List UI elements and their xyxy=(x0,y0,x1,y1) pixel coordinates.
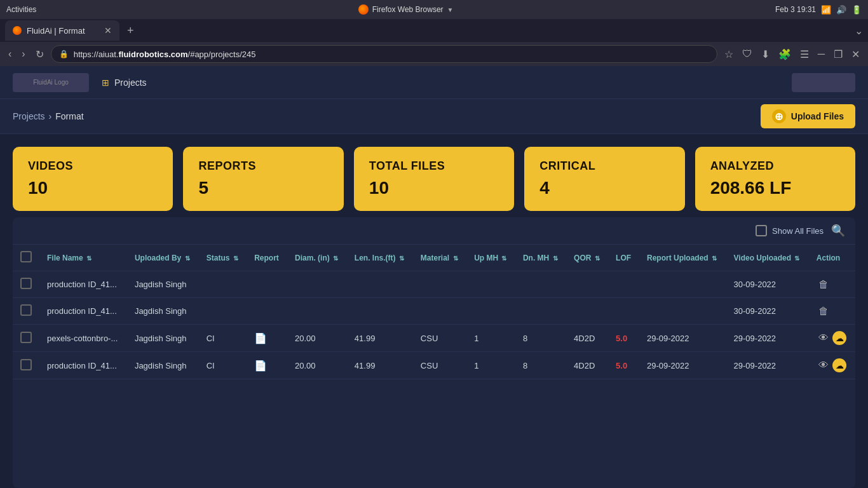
breadcrumb: Projects › Format xyxy=(13,111,84,121)
active-browser-tab[interactable]: FluidAi | Format ✕ xyxy=(5,20,119,41)
action-cell[interactable]: 👁 ☁ xyxy=(809,352,855,379)
breadcrumb-projects-link[interactable]: Projects xyxy=(13,111,45,121)
projects-nav-label[interactable]: Projects xyxy=(114,78,147,88)
row-checkbox-cell[interactable] xyxy=(13,271,39,298)
lof-cell: 5.0 xyxy=(608,325,639,352)
stat-value-critical: 4 xyxy=(539,178,669,198)
close-window-button[interactable]: ✕ xyxy=(848,47,863,62)
sort-up-mh-icon[interactable]: ⇅ xyxy=(501,255,506,262)
th-lof[interactable]: LOF xyxy=(608,245,639,271)
show-all-checkbox[interactable] xyxy=(756,225,767,236)
th-report[interactable]: Report xyxy=(247,245,287,271)
lof-cell xyxy=(608,298,639,325)
th-qor[interactable]: QOR ⇅ xyxy=(566,245,608,271)
th-diam[interactable]: Diam. (in) ⇅ xyxy=(287,245,347,271)
table-search-button[interactable]: 🔍 xyxy=(831,224,845,238)
tab-close-button[interactable]: ✕ xyxy=(104,25,112,36)
table-row: production ID_41... Jagdish Singh 30-09-… xyxy=(13,298,855,325)
browser-dropdown-icon[interactable]: ▼ xyxy=(447,6,454,13)
material-cell xyxy=(413,271,466,298)
restore-button[interactable]: ❐ xyxy=(831,47,846,62)
bookmark-button[interactable]: ☆ xyxy=(721,47,736,62)
delete-icon[interactable]: 🗑 xyxy=(818,306,829,316)
sort-material-icon[interactable]: ⇅ xyxy=(453,255,458,262)
row-select-checkbox[interactable] xyxy=(20,278,32,289)
th-action-label: Action xyxy=(817,254,840,262)
th-uploaded-by[interactable]: Uploaded By ⇅ xyxy=(127,245,199,271)
lof-cell: 5.0 xyxy=(608,352,639,379)
sort-diam-icon[interactable]: ⇅ xyxy=(333,255,338,262)
th-up-mh[interactable]: Up MH ⇅ xyxy=(466,245,515,271)
upload-icon: ⊕ xyxy=(772,109,786,123)
delete-icon[interactable]: 🗑 xyxy=(818,279,829,290)
sort-uploaded-by-icon[interactable]: ⇅ xyxy=(185,255,190,262)
forward-button[interactable]: › xyxy=(18,47,28,61)
sort-video-uploaded-icon[interactable]: ⇅ xyxy=(794,255,799,262)
row-checkbox-cell[interactable] xyxy=(13,352,39,379)
len-cell: 41.99 xyxy=(347,352,413,379)
view-icon[interactable]: 👁 xyxy=(818,360,829,370)
browser-menu-button[interactable]: ☰ xyxy=(797,47,812,62)
reload-button[interactable]: ↻ xyxy=(32,47,47,62)
activities-label[interactable]: Activities xyxy=(6,5,36,14)
sort-len-icon[interactable]: ⇅ xyxy=(399,255,404,262)
stat-label-reports: REPORTS xyxy=(198,159,328,173)
pocket-button[interactable]: 🛡 xyxy=(739,47,756,62)
th-video-uploaded[interactable]: Video Uploaded ⇅ xyxy=(726,245,809,271)
row-select-checkbox[interactable] xyxy=(20,359,32,370)
sort-status-icon[interactable]: ⇅ xyxy=(233,255,238,262)
extensions-button[interactable]: 🧩 xyxy=(775,47,794,62)
stats-section: VIDEOS 10 REPORTS 5 TOTAL FILES 10 CRITI… xyxy=(0,134,868,217)
tab-list-icon[interactable]: ⌄ xyxy=(855,25,863,37)
th-dn-mh[interactable]: Dn. MH ⇅ xyxy=(515,245,566,271)
sort-dn-mh-icon[interactable]: ⇅ xyxy=(553,255,558,262)
th-dn-mh-label: Dn. MH xyxy=(523,254,549,262)
th-qor-label: QOR xyxy=(574,254,591,262)
upload-files-button[interactable]: ⊕ Upload Files xyxy=(761,104,855,128)
th-len-label: Len. Ins.(ft) xyxy=(355,254,396,262)
dn-mh-cell xyxy=(515,298,566,325)
report-cell: 📄 xyxy=(247,352,287,379)
app-logo: FluidAi Logo xyxy=(13,73,89,92)
th-file-name[interactable]: File Name ⇅ xyxy=(39,245,127,271)
security-lock-icon: 🔒 xyxy=(59,50,69,58)
th-len[interactable]: Len. Ins.(ft) ⇅ xyxy=(347,245,413,271)
material-cell: CSU xyxy=(413,352,466,379)
download-button[interactable]: ⬇ xyxy=(758,47,773,62)
row-select-checkbox[interactable] xyxy=(20,304,32,316)
report-cell: 📄 xyxy=(247,325,287,352)
th-report-uploaded[interactable]: Report Uploaded ⇅ xyxy=(639,245,726,271)
new-tab-button[interactable]: + xyxy=(123,24,138,37)
sort-qor-icon[interactable]: ⇅ xyxy=(595,255,600,262)
file-name-cell: production ID_41... xyxy=(39,271,127,298)
stat-value-total-files: 10 xyxy=(369,178,499,198)
firefox-icon xyxy=(358,4,369,15)
user-avatar-area[interactable] xyxy=(792,73,855,92)
sort-file-name-icon[interactable]: ⇅ xyxy=(86,255,92,262)
back-button[interactable]: ‹ xyxy=(5,47,15,61)
file-name-cell: production ID_41... xyxy=(39,352,127,379)
th-select-all[interactable] xyxy=(13,245,39,271)
row-select-checkbox[interactable] xyxy=(20,332,32,343)
dn-mh-cell xyxy=(515,271,566,298)
sort-report-uploaded-icon[interactable]: ⇅ xyxy=(712,255,717,262)
select-all-checkbox[interactable] xyxy=(20,251,32,262)
address-bar[interactable]: 🔒 https://aiuat.fluidrobotics.com/#app/p… xyxy=(51,45,717,63)
sound-icon: 🔊 xyxy=(836,5,846,15)
action-cell[interactable]: 🗑 xyxy=(809,271,855,298)
minimize-button[interactable]: ─ xyxy=(815,47,828,62)
th-material[interactable]: Material ⇅ xyxy=(413,245,466,271)
file-name-cell: pexels-cottonbro-... xyxy=(39,325,127,352)
show-all-files-toggle[interactable]: Show All Files xyxy=(756,225,824,236)
view-icon[interactable]: 👁 xyxy=(818,332,829,343)
row-checkbox-cell[interactable] xyxy=(13,325,39,352)
grid-icon: ⊞ xyxy=(102,78,109,88)
cloud-upload-icon[interactable]: ☁ xyxy=(832,331,846,345)
breadcrumb-bar: Projects › Format ⊕ Upload Files xyxy=(0,99,868,134)
th-status[interactable]: Status ⇅ xyxy=(199,245,247,271)
uploaded-by-cell: Jagdish Singh xyxy=(127,352,199,379)
action-cell[interactable]: 🗑 xyxy=(809,298,855,325)
action-cell[interactable]: 👁 ☁ xyxy=(809,325,855,352)
row-checkbox-cell[interactable] xyxy=(13,298,39,325)
cloud-upload-icon[interactable]: ☁ xyxy=(832,358,846,372)
